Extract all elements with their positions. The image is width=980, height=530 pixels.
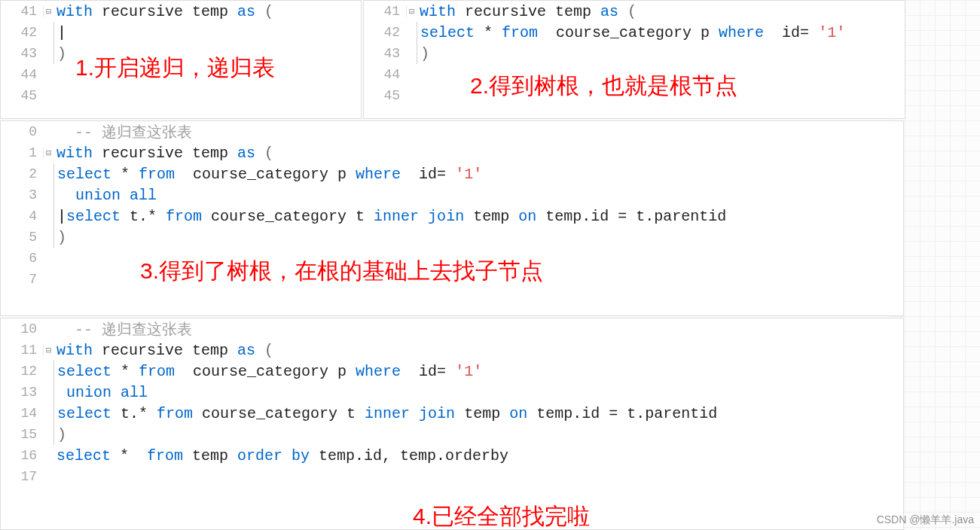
- code-line[interactable]: 1⊟with recursive temp as (: [1, 142, 903, 163]
- token-id: [57, 187, 75, 204]
- token-kw: select: [56, 447, 111, 465]
- token-id: [56, 124, 75, 142]
- token-op: ): [420, 45, 429, 62]
- token-kw: from: [139, 166, 175, 183]
- code-content[interactable]: union all: [54, 384, 148, 401]
- line-number: 42: [1, 25, 43, 40]
- fold-icon[interactable]: ⊟: [43, 345, 53, 356]
- code-line[interactable]: 13 union all: [1, 382, 903, 403]
- code-content[interactable]: select * from course_category p where id…: [417, 24, 845, 41]
- token-id: [57, 384, 66, 401]
- code-content[interactable]: with recursive temp as (: [53, 342, 273, 359]
- code-line[interactable]: 41⊟with recursive temp as (: [364, 1, 905, 22]
- code-content[interactable]: select * from course_category p where id…: [54, 363, 482, 380]
- code-content[interactable]: ): [54, 229, 66, 246]
- code-content[interactable]: with recursive temp as (: [53, 3, 273, 20]
- code-line[interactable]: 41⊟with recursive temp as (: [1, 1, 361, 22]
- code-content[interactable]: -- 递归查这张表: [53, 122, 192, 142]
- token-id: recursive temp: [93, 3, 237, 20]
- token-id: id=: [401, 166, 455, 183]
- code-content[interactable]: ): [54, 45, 66, 62]
- line-number: 3: [1, 187, 43, 203]
- token-kw: select: [57, 166, 111, 183]
- token-id: [618, 3, 627, 20]
- fold-icon[interactable]: ⊟: [43, 6, 53, 17]
- fold-icon[interactable]: ⊟: [43, 148, 53, 159]
- annotation-2: 2.得到树根，也就是根节点: [470, 71, 737, 102]
- token-id: *: [111, 166, 139, 183]
- token-id: recursive temp: [93, 145, 237, 162]
- code-content[interactable]: -- 递归查这张表: [53, 319, 192, 340]
- token-kw: union all: [66, 384, 148, 401]
- line-number: 2: [1, 166, 43, 181]
- code-content[interactable]: with recursive temp as (: [417, 3, 637, 20]
- token-id: t.*: [121, 208, 166, 225]
- code-content[interactable]: |select t.* from course_category t inner…: [54, 208, 726, 225]
- token-cmt: -- 递归查这张表: [75, 321, 192, 339]
- code-line[interactable]: 15): [1, 424, 903, 445]
- code-line[interactable]: 2select * from course_category p where i…: [1, 163, 903, 184]
- token-kw: order by: [237, 447, 310, 465]
- code-line[interactable]: 3 union all: [1, 184, 903, 206]
- code-content[interactable]: ): [54, 426, 66, 443]
- code-line[interactable]: 0 -- 递归查这张表: [1, 121, 903, 142]
- token-kw: select: [420, 24, 475, 41]
- code-line[interactable]: 42select * from course_category p where …: [364, 22, 905, 43]
- token-op: ): [57, 45, 66, 62]
- token-op: ): [57, 229, 66, 246]
- token-str: '1': [455, 166, 482, 183]
- editor-pane-4[interactable]: 10 -- 递归查这张表11⊟with recursive temp as (1…: [0, 318, 904, 530]
- line-number: 1: [1, 145, 43, 160]
- token-kw: with: [420, 3, 456, 20]
- line-number: 44: [1, 67, 43, 82]
- token-id: id=: [764, 24, 818, 41]
- token-kw: from: [147, 447, 183, 465]
- line-number: 45: [364, 88, 406, 103]
- token-kw: select: [57, 405, 111, 422]
- line-number: 5: [1, 230, 43, 245]
- watermark: CSDN @懒羊羊.java: [877, 513, 974, 527]
- code-line[interactable]: 43): [364, 43, 905, 64]
- code-content[interactable]: select t.* from course_category t inner …: [54, 405, 717, 422]
- line-number: 44: [364, 67, 406, 82]
- line-number: 41: [1, 4, 43, 19]
- code-content[interactable]: select * from temp order by temp.id, tem…: [53, 447, 508, 465]
- code-line[interactable]: 14select t.* from course_category t inne…: [1, 403, 903, 424]
- token-kw: select: [57, 363, 111, 380]
- token-id: [255, 3, 264, 20]
- code-content[interactable]: select * from course_category p where id…: [54, 166, 482, 183]
- token-id: temp.id, temp.orderby: [310, 447, 508, 465]
- fold-icon[interactable]: ⊟: [406, 6, 417, 17]
- token-kw: from: [139, 363, 175, 380]
- token-id: [56, 321, 75, 339]
- code-content[interactable]: ): [417, 45, 429, 62]
- code-line[interactable]: 17: [1, 466, 903, 487]
- line-number: 0: [1, 124, 43, 139]
- code-line[interactable]: 45: [1, 85, 361, 106]
- code-content[interactable]: union all: [54, 187, 157, 204]
- token-op: ): [57, 426, 66, 443]
- token-kw: from: [502, 24, 538, 41]
- token-kw: as: [237, 3, 255, 20]
- token-cmt: -- 递归查这张表: [75, 124, 192, 142]
- code-line[interactable]: 42|: [1, 22, 361, 43]
- code-line[interactable]: 16select * from temp order by temp.id, t…: [1, 445, 903, 466]
- code-content[interactable]: |: [54, 24, 66, 41]
- token-kw: inner join: [374, 208, 464, 225]
- editor-pane-3[interactable]: 0 -- 递归查这张表1⊟with recursive temp as (2se…: [0, 120, 904, 316]
- code-line[interactable]: 12select * from course_category p where …: [1, 361, 903, 382]
- token-id: temp: [464, 208, 518, 225]
- token-id: *: [111, 447, 147, 465]
- code-line[interactable]: 5): [1, 227, 903, 248]
- line-number: 7: [1, 272, 43, 287]
- token-id: *: [475, 24, 502, 41]
- line-number: 17: [1, 469, 43, 484]
- code-line[interactable]: 10 -- 递归查这张表: [1, 318, 903, 340]
- token-kw: with: [56, 145, 93, 162]
- token-kw: with: [56, 342, 93, 359]
- code-line[interactable]: 11⊟with recursive temp as (: [1, 340, 903, 361]
- line-number: 12: [1, 364, 43, 379]
- code-content[interactable]: with recursive temp as (: [53, 145, 273, 162]
- token-kw: as: [237, 342, 255, 359]
- code-line[interactable]: 4|select t.* from course_category t inne…: [1, 206, 903, 227]
